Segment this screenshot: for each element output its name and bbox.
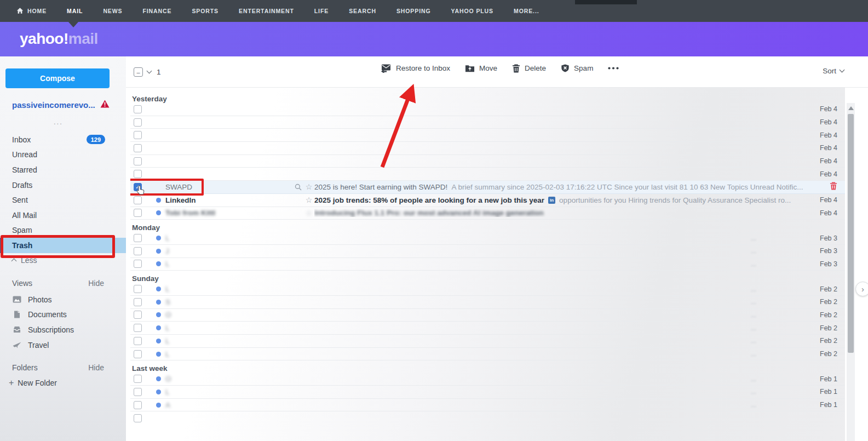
email-row[interactable]: J...Feb 3 (130, 245, 845, 258)
select-dropdown-chevron-icon[interactable] (147, 68, 152, 74)
nav-item-mail[interactable]: MAIL (67, 8, 83, 14)
row-checkbox[interactable] (134, 196, 142, 204)
email-row[interactable]: Feb 4 (130, 155, 845, 168)
scrollbar-thumb[interactable] (848, 114, 854, 353)
email-row[interactable]: L...Feb 2 (130, 322, 845, 335)
unread-dot (156, 339, 161, 343)
row-checkbox[interactable] (134, 234, 142, 242)
star-icon[interactable]: ☆ (303, 196, 314, 204)
row-checkbox[interactable] (134, 350, 142, 358)
toolbar-action-spam[interactable]: Spam (561, 64, 593, 73)
select-all-checkbox[interactable]: – (134, 67, 143, 77)
unread-dot-slot (156, 339, 162, 343)
row-checkbox[interactable] (134, 157, 142, 165)
folders-hide-button[interactable]: Hide (88, 363, 104, 372)
row-checkbox[interactable]: ✓ (134, 183, 142, 191)
star-icon[interactable]: ☆ (303, 209, 314, 217)
toolbar-action-restore-to-inbox[interactable]: Restore to Inbox (381, 64, 450, 73)
nav-item-finance[interactable]: FINANCE (142, 8, 171, 14)
sidebar-item-label: Spam (12, 226, 32, 234)
email-row[interactable]: S...Feb 2 (130, 296, 845, 309)
sidebar-item-trash[interactable]: Trash (0, 238, 126, 253)
sidebar-view-documents[interactable]: Documents (0, 307, 126, 323)
row-checkbox[interactable] (134, 285, 142, 293)
row-checkbox[interactable] (134, 105, 142, 113)
nav-item-more[interactable]: MORE... (514, 8, 539, 14)
sender-name: SWAPD (165, 183, 292, 191)
yahoo-mail-logo[interactable]: yahoo!mail (20, 30, 98, 48)
row-delete-icon[interactable] (830, 182, 837, 190)
row-checkbox[interactable] (134, 324, 142, 332)
email-row[interactable]: L...Feb 2 (130, 348, 845, 361)
account-more-button[interactable]: ... (54, 118, 63, 126)
sidebar-view-photos[interactable]: Photos (0, 292, 126, 307)
email-row[interactable]: O...Feb 2 (130, 309, 845, 322)
sidebar-item-starred[interactable]: Starred (0, 162, 126, 177)
toolbar-action-delete[interactable]: Delete (512, 64, 546, 73)
account-row[interactable]: passiveincomerevo... (12, 100, 110, 110)
nav-item-news[interactable]: NEWS (103, 8, 122, 14)
email-row[interactable]: L...Feb 2 (130, 335, 845, 348)
new-folder-button[interactable]: + New Folder (9, 378, 57, 388)
row-checkbox[interactable] (134, 298, 142, 306)
toolbar-action-move[interactable]: Move (465, 64, 497, 72)
views-hide-button[interactable]: Hide (88, 279, 104, 288)
row-checkbox[interactable] (134, 118, 142, 127)
email-row[interactable]: LinkedIn☆2025 job trends: 58% of people … (130, 194, 845, 207)
nav-item-yahoo-plus[interactable]: YAHOO PLUS (451, 8, 493, 14)
email-snippet: opportunities for you Hiring trends for … (559, 196, 791, 204)
sidebar-item-sent[interactable]: Sent (0, 192, 126, 208)
email-row[interactable]: L...Feb 3 (130, 232, 845, 245)
email-row[interactable]: Feb 4 (130, 129, 845, 142)
row-checkbox[interactable] (134, 401, 142, 409)
sidebar-item-all-mail[interactable]: All Mail (0, 208, 126, 223)
row-checkbox[interactable] (134, 260, 142, 268)
sort-button[interactable]: Sort (823, 67, 844, 75)
nav-item-home[interactable]: HOME (16, 7, 47, 15)
sidebar-view-subscriptions[interactable]: Subscriptions (0, 322, 126, 337)
star-icon[interactable]: ☆ (303, 182, 314, 191)
email-row[interactable]: Feb 4 (130, 142, 845, 155)
documents-icon (12, 311, 21, 318)
sidebar-item-inbox[interactable]: Inbox129 (0, 132, 126, 147)
nav-item-shopping[interactable]: SHOPPING (396, 8, 431, 14)
truncated-text: ... (751, 247, 806, 255)
toolbar-action-more[interactable] (608, 67, 619, 70)
nav-item-life[interactable]: LIFE (314, 8, 329, 14)
row-checkbox[interactable] (134, 247, 142, 255)
sidebar-item-unread[interactable]: Unread (0, 147, 126, 163)
scrollbar-up-arrow[interactable] (848, 106, 854, 110)
email-row[interactable]: ✓SWAPD☆2025 is here! Start earning with … (130, 181, 845, 194)
expand-panel-button[interactable]: › (855, 282, 868, 296)
email-row[interactable]: L...Feb 3 (130, 258, 845, 271)
nav-item-search[interactable]: SEARCH (349, 8, 376, 14)
row-checkbox[interactable] (134, 388, 142, 396)
nav-item-sports[interactable]: SPORTS (192, 8, 219, 14)
email-row[interactable]: O...Feb 1 (130, 373, 845, 386)
row-checkbox[interactable] (134, 375, 142, 383)
email-row[interactable]: Feb 4 (130, 168, 845, 181)
email-subject: 2025 is here! Start earning with SWAPD! (314, 183, 447, 191)
row-checkbox[interactable] (134, 414, 142, 422)
sidebar-item-drafts[interactable]: Drafts (0, 177, 126, 193)
row-checkbox[interactable] (134, 209, 142, 217)
email-row[interactable]: L...Feb 2 (130, 283, 845, 296)
compose-button[interactable]: Compose (5, 68, 110, 88)
row-checkbox[interactable] (134, 170, 142, 178)
nav-item-entertainment[interactable]: ENTERTAINMENT (239, 8, 294, 14)
row-checkbox[interactable] (134, 337, 142, 345)
unread-dot (156, 376, 161, 381)
email-row[interactable]: Tobi from Kittl☆Introducing Flux 1.1 Pro… (130, 207, 845, 220)
show-less-button[interactable]: Less (0, 253, 126, 268)
scrollbar[interactable] (847, 103, 855, 441)
email-row[interactable]: A...Feb 1 (130, 399, 845, 412)
row-checkbox[interactable] (134, 144, 142, 152)
email-list: YesterdayFeb 4Feb 4Feb 4Feb 4Feb 4Feb 4✓… (130, 88, 845, 441)
email-row[interactable]: L...Feb 1 (130, 386, 845, 399)
email-row[interactable]: Feb 4 (130, 103, 845, 116)
email-row[interactable]: Feb 4 (130, 116, 845, 129)
row-checkbox[interactable] (134, 311, 142, 319)
sidebar-view-travel[interactable]: Travel (0, 337, 126, 353)
row-checkbox[interactable] (134, 131, 142, 139)
sidebar-item-spam[interactable]: Spam (0, 223, 126, 238)
